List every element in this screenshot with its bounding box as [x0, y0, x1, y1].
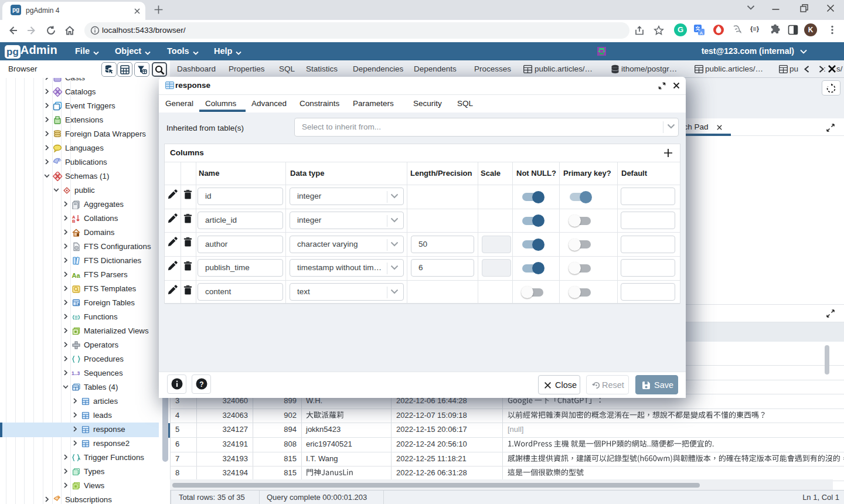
svg-text:?: ?	[199, 380, 203, 389]
svg-text:A: A	[700, 30, 703, 36]
svg-text:B: B	[72, 219, 76, 223]
svg-text:Aa: Aa	[72, 272, 81, 279]
svg-text:1..3: 1..3	[72, 370, 80, 376]
